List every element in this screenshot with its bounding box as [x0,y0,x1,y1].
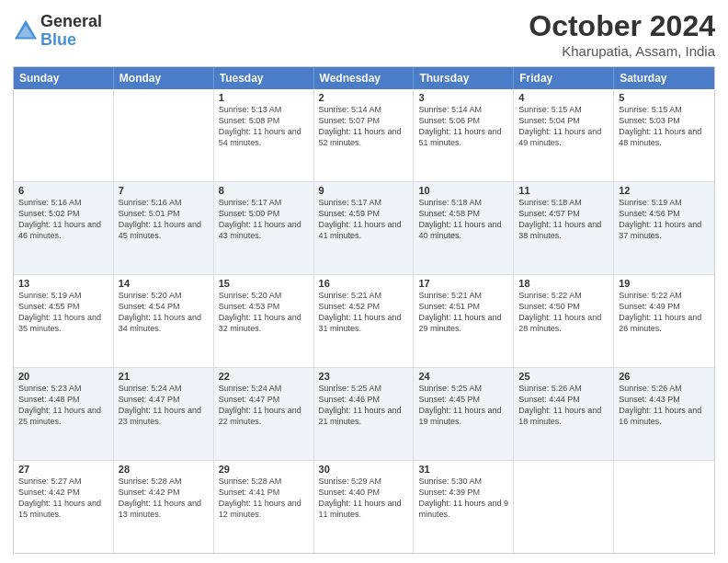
day-number: 28 [119,464,209,475]
calendar-cell: 4Sunrise: 5:15 AM Sunset: 5:04 PM Daylig… [514,89,614,181]
calendar-cell [614,461,714,553]
cell-info: Sunrise: 5:28 AM Sunset: 4:42 PM Dayligh… [119,476,209,521]
day-number: 23 [319,371,409,382]
calendar-cell: 10Sunrise: 5:18 AM Sunset: 4:58 PM Dayli… [414,182,514,274]
cell-info: Sunrise: 5:25 AM Sunset: 4:45 PM Dayligh… [418,383,508,428]
cell-info: Sunrise: 5:25 AM Sunset: 4:46 PM Dayligh… [319,383,409,428]
logo-text: General Blue [40,13,102,50]
calendar-cell: 7Sunrise: 5:16 AM Sunset: 5:01 PM Daylig… [114,182,214,274]
cell-info: Sunrise: 5:27 AM Sunset: 4:42 PM Dayligh… [18,476,108,521]
cell-info: Sunrise: 5:13 AM Sunset: 5:08 PM Dayligh… [219,104,309,149]
cell-info: Sunrise: 5:20 AM Sunset: 4:54 PM Dayligh… [119,290,209,335]
day-number: 12 [619,185,710,196]
calendar-cell [114,89,214,181]
cell-info: Sunrise: 5:18 AM Sunset: 4:58 PM Dayligh… [418,197,508,242]
logo-blue-text: Blue [40,31,102,50]
calendar-row: 27Sunrise: 5:27 AM Sunset: 4:42 PM Dayli… [14,461,714,553]
day-number: 5 [619,92,710,103]
cell-info: Sunrise: 5:21 AM Sunset: 4:52 PM Dayligh… [319,290,409,335]
day-number: 31 [418,464,508,475]
calendar-cell: 30Sunrise: 5:29 AM Sunset: 4:40 PM Dayli… [314,461,415,553]
calendar-header-cell: Wednesday [314,67,415,89]
calendar-cell: 17Sunrise: 5:21 AM Sunset: 4:51 PM Dayli… [414,275,514,367]
calendar-cell: 14Sunrise: 5:20 AM Sunset: 4:54 PM Dayli… [114,275,214,367]
cell-info: Sunrise: 5:19 AM Sunset: 4:55 PM Dayligh… [18,290,108,335]
cell-info: Sunrise: 5:22 AM Sunset: 4:49 PM Dayligh… [619,290,710,335]
calendar-cell: 3Sunrise: 5:14 AM Sunset: 5:06 PM Daylig… [414,89,514,181]
calendar-cell: 11Sunrise: 5:18 AM Sunset: 4:57 PM Dayli… [514,182,614,274]
cell-info: Sunrise: 5:28 AM Sunset: 4:41 PM Dayligh… [219,476,309,521]
calendar-header-cell: Friday [514,67,614,89]
cell-info: Sunrise: 5:20 AM Sunset: 4:53 PM Dayligh… [219,290,309,335]
calendar-cell: 8Sunrise: 5:17 AM Sunset: 5:00 PM Daylig… [214,182,314,274]
calendar-cell: 6Sunrise: 5:16 AM Sunset: 5:02 PM Daylig… [14,182,114,274]
calendar-cell: 31Sunrise: 5:30 AM Sunset: 4:39 PM Dayli… [414,461,514,553]
cell-info: Sunrise: 5:17 AM Sunset: 5:00 PM Dayligh… [219,197,309,242]
calendar-cell: 1Sunrise: 5:13 AM Sunset: 5:08 PM Daylig… [214,89,314,181]
day-number: 3 [418,92,508,103]
cell-info: Sunrise: 5:15 AM Sunset: 5:04 PM Dayligh… [518,104,609,149]
cell-info: Sunrise: 5:18 AM Sunset: 4:57 PM Dayligh… [518,197,609,242]
calendar-header-cell: Thursday [414,67,514,89]
calendar-cell: 27Sunrise: 5:27 AM Sunset: 4:42 PM Dayli… [14,461,114,553]
logo-general-text: General [40,13,102,31]
day-number: 17 [418,278,508,289]
page: General Blue October 2024 Kharupatia, As… [0,0,728,563]
calendar-cell: 24Sunrise: 5:25 AM Sunset: 4:45 PM Dayli… [414,368,514,460]
cell-info: Sunrise: 5:24 AM Sunset: 4:47 PM Dayligh… [219,383,309,428]
logo: General Blue [13,13,102,50]
calendar-cell: 13Sunrise: 5:19 AM Sunset: 4:55 PM Dayli… [14,275,114,367]
calendar-body: 1Sunrise: 5:13 AM Sunset: 5:08 PM Daylig… [14,89,714,553]
calendar-header-cell: Tuesday [214,67,314,89]
cell-info: Sunrise: 5:14 AM Sunset: 5:06 PM Dayligh… [418,104,508,149]
cell-info: Sunrise: 5:16 AM Sunset: 5:02 PM Dayligh… [18,197,108,242]
cell-info: Sunrise: 5:26 AM Sunset: 4:43 PM Dayligh… [619,383,710,428]
day-number: 11 [518,185,609,196]
calendar-cell [14,89,114,181]
calendar-cell: 23Sunrise: 5:25 AM Sunset: 4:46 PM Dayli… [314,368,415,460]
day-number: 14 [119,278,209,289]
title-block: October 2024 Kharupatia, Assam, India [529,9,715,59]
calendar-cell: 16Sunrise: 5:21 AM Sunset: 4:52 PM Dayli… [314,275,415,367]
cell-info: Sunrise: 5:17 AM Sunset: 4:59 PM Dayligh… [319,197,409,242]
cell-info: Sunrise: 5:14 AM Sunset: 5:07 PM Dayligh… [319,104,409,149]
calendar: SundayMondayTuesdayWednesdayThursdayFrid… [13,66,715,554]
calendar-cell: 20Sunrise: 5:23 AM Sunset: 4:48 PM Dayli… [14,368,114,460]
calendar-cell: 28Sunrise: 5:28 AM Sunset: 4:42 PM Dayli… [114,461,214,553]
cell-info: Sunrise: 5:21 AM Sunset: 4:51 PM Dayligh… [418,290,508,335]
day-number: 13 [18,278,108,289]
day-number: 6 [18,185,108,196]
day-number: 21 [119,371,209,382]
calendar-cell: 22Sunrise: 5:24 AM Sunset: 4:47 PM Dayli… [214,368,314,460]
cell-info: Sunrise: 5:26 AM Sunset: 4:44 PM Dayligh… [518,383,609,428]
cell-info: Sunrise: 5:30 AM Sunset: 4:39 PM Dayligh… [418,476,508,521]
calendar-cell: 12Sunrise: 5:19 AM Sunset: 4:56 PM Dayli… [614,182,714,274]
calendar-cell: 18Sunrise: 5:22 AM Sunset: 4:50 PM Dayli… [514,275,614,367]
day-number: 9 [319,185,409,196]
day-number: 20 [18,371,108,382]
cell-info: Sunrise: 5:29 AM Sunset: 4:40 PM Dayligh… [319,476,409,521]
calendar-cell: 5Sunrise: 5:15 AM Sunset: 5:03 PM Daylig… [614,89,714,181]
calendar-cell: 21Sunrise: 5:24 AM Sunset: 4:47 PM Dayli… [114,368,214,460]
main-title: October 2024 [529,9,715,43]
day-number: 10 [418,185,508,196]
calendar-cell: 15Sunrise: 5:20 AM Sunset: 4:53 PM Dayli… [214,275,314,367]
calendar-cell: 19Sunrise: 5:22 AM Sunset: 4:49 PM Dayli… [614,275,714,367]
calendar-cell: 2Sunrise: 5:14 AM Sunset: 5:07 PM Daylig… [314,89,415,181]
calendar-cell: 25Sunrise: 5:26 AM Sunset: 4:44 PM Dayli… [514,368,614,460]
calendar-row: 1Sunrise: 5:13 AM Sunset: 5:08 PM Daylig… [14,89,714,182]
cell-info: Sunrise: 5:19 AM Sunset: 4:56 PM Dayligh… [619,197,710,242]
subtitle: Kharupatia, Assam, India [529,43,715,59]
day-number: 2 [319,92,409,103]
day-number: 24 [418,371,508,382]
cell-info: Sunrise: 5:24 AM Sunset: 4:47 PM Dayligh… [119,383,209,428]
day-number: 15 [219,278,309,289]
calendar-header-cell: Sunday [14,67,114,89]
calendar-cell: 29Sunrise: 5:28 AM Sunset: 4:41 PM Dayli… [214,461,314,553]
day-number: 1 [219,92,309,103]
calendar-cell [514,461,614,553]
cell-info: Sunrise: 5:16 AM Sunset: 5:01 PM Dayligh… [119,197,209,242]
logo-icon [13,18,39,44]
cell-info: Sunrise: 5:22 AM Sunset: 4:50 PM Dayligh… [518,290,609,335]
day-number: 29 [219,464,309,475]
